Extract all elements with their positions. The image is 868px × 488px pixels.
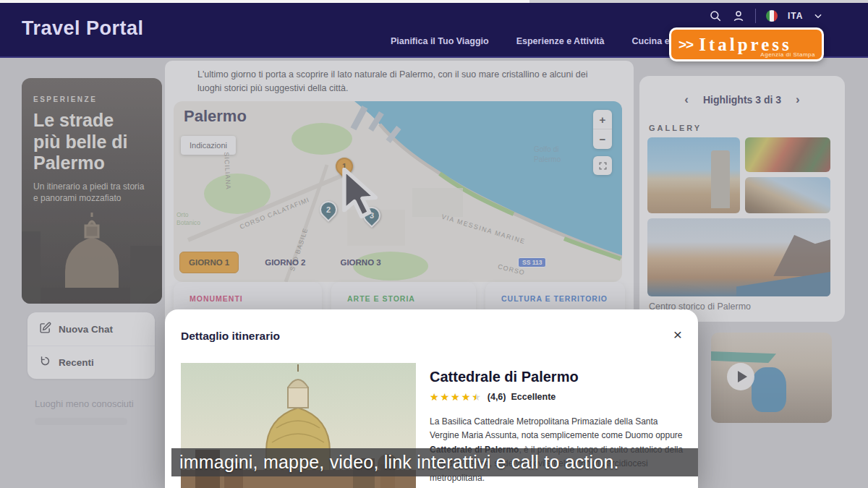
press-badge-arrows: >> — [678, 37, 693, 53]
account-icon[interactable] — [732, 9, 745, 22]
header-divider — [755, 9, 756, 23]
italian-flag-icon[interactable] — [766, 10, 778, 22]
rating-value: (4,6) — [488, 392, 506, 402]
press-badge-tagline: Agenzia di Stampa — [760, 51, 815, 58]
place-name: Cattedrale di Palermo — [430, 369, 579, 385]
rating-label: Eccellente — [511, 392, 556, 402]
language-selector[interactable]: ITA — [788, 11, 803, 21]
brand-logo[interactable]: Travel Portal — [22, 17, 144, 40]
modal-title: Dettaglio itinerario — [181, 330, 280, 343]
rating-row: ★★★★★ ★★★★★ (4,6) Eccellente — [430, 392, 556, 402]
search-icon[interactable] — [709, 9, 722, 22]
chevron-down-icon[interactable] — [813, 11, 823, 21]
press-badge: >> Italpress Agenzia di Stampa — [669, 27, 824, 61]
nav-item-esperienze[interactable]: Esperienze e Attività — [516, 36, 605, 46]
video-subtitle-text: immagini, mappe, video, link interattivi… — [179, 452, 619, 473]
star-rating: ★★★★★ ★★★★★ — [430, 392, 482, 402]
close-icon[interactable]: × — [673, 327, 682, 342]
header-utility: ITA — [709, 9, 823, 23]
nav-item-pianifica[interactable]: Pianifica il Tuo Viaggio — [391, 36, 489, 46]
main-nav: Pianifica il Tuo Viaggio Esperienze e At… — [391, 36, 714, 46]
video-subtitle-bar: immagini, mappe, video, link interattivi… — [171, 448, 698, 476]
